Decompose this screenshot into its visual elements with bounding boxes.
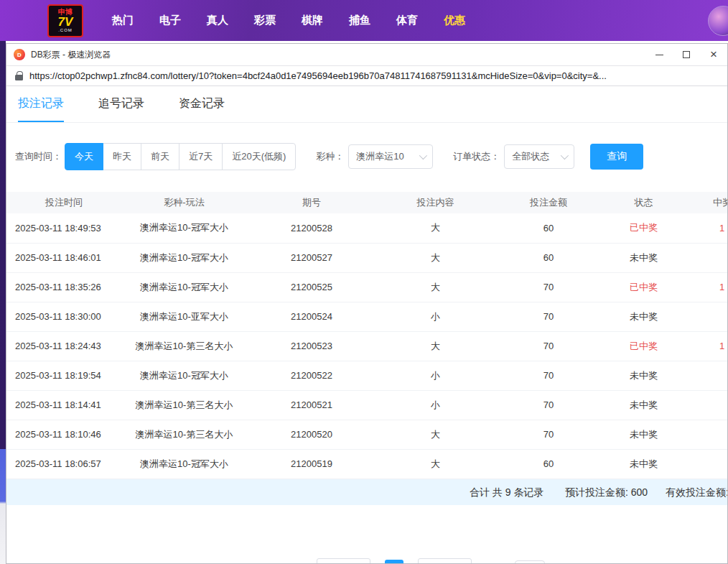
cell-issue: 21200528 <box>247 213 376 243</box>
cell-prize <box>685 390 727 420</box>
header-amount: 投注金额 <box>495 192 602 213</box>
header-issue: 期号 <box>247 192 376 213</box>
lottery-select[interactable]: 澳洲幸运10 <box>348 144 433 169</box>
cell-prize: 1 <box>685 213 727 243</box>
time-option-7days[interactable]: 近7天 <box>179 143 223 170</box>
cell-prize <box>685 420 727 449</box>
order-status-select[interactable]: 全部状态 <box>504 144 574 169</box>
bet-records-table: 投注时间 彩种-玩法 期号 投注内容 投注金额 状态 中奖金额 2025-03-… <box>6 192 727 479</box>
header-status: 状态 <box>602 192 685 213</box>
header-game: 彩种-玩法 <box>121 192 247 213</box>
prev-page-button[interactable]: 上一页 <box>317 558 370 564</box>
header-prize: 中奖金额 <box>685 192 727 213</box>
cell-content: 大 <box>376 243 495 272</box>
table-row: 2025-03-11 18:30:00澳洲幸运10-亚军大小21200524小7… <box>6 302 727 331</box>
cell-issue: 21200522 <box>247 361 376 390</box>
cell-prize <box>685 243 727 272</box>
cell-game: 澳洲幸运10-冠军大小 <box>121 361 247 390</box>
cell-game: 澳洲幸运10-冠军大小 <box>121 213 247 243</box>
cell-prize: 1 <box>685 331 727 361</box>
table-row: 2025-03-11 18:14:41澳洲幸运10-第三名大小21200521小… <box>6 390 727 420</box>
cell-bet-time: 2025-03-11 18:30:00 <box>6 302 121 331</box>
nav-item-lottery[interactable]: 彩票 <box>241 6 289 34</box>
order-status-value: 全部状态 <box>512 150 549 163</box>
site-logo[interactable]: 申博 7V .COM <box>47 4 83 37</box>
cell-content: 大 <box>376 213 495 243</box>
minimize-button[interactable] <box>645 44 673 65</box>
time-filter-group: 今天 昨天 前天 近7天 近20天(低频) <box>65 143 296 170</box>
cell-issue: 21200524 <box>247 302 376 331</box>
table-header-row: 投注时间 彩种-玩法 期号 投注内容 投注金额 状态 中奖金额 <box>6 192 727 213</box>
cell-status: 未中奖 <box>602 361 685 390</box>
cell-content: 小 <box>376 361 495 390</box>
cell-issue: 21200523 <box>247 331 376 361</box>
chevron-down-icon <box>561 152 569 160</box>
user-avatar[interactable] <box>708 6 728 36</box>
cell-status: 未中奖 <box>602 449 685 479</box>
cell-content: 小 <box>376 302 495 331</box>
table-row: 2025-03-11 18:49:53澳洲幸运10-冠军大小21200528大6… <box>6 213 727 243</box>
url-text[interactable]: https://ctop02pchwp1.zfnc84.com/lottery/… <box>29 70 607 81</box>
summary-total: 合计 共 9 条记录 <box>470 486 543 499</box>
cell-amount: 70 <box>495 272 602 302</box>
nav-item-cards[interactable]: 棋牌 <box>289 6 336 34</box>
cell-content: 大 <box>376 272 495 302</box>
time-option-yesterday[interactable]: 昨天 <box>103 143 141 170</box>
nav-item-fishing[interactable]: 捕鱼 <box>336 6 383 34</box>
summary-bar: 合计 共 9 条记录 预计投注金额: 600 有效投注金额: 600 <box>6 479 727 505</box>
table-row: 2025-03-11 18:10:46澳洲幸运10-第三名大小21200520大… <box>6 420 727 449</box>
cell-prize: 1 <box>685 272 727 302</box>
cell-issue: 21200521 <box>247 390 376 420</box>
time-option-daybefore[interactable]: 前天 <box>141 143 179 170</box>
address-bar[interactable]: https://ctop02pchwp1.zfnc84.com/lottery/… <box>6 65 727 86</box>
current-page-button[interactable]: 1 <box>385 560 403 564</box>
cell-issue: 21200519 <box>247 449 376 479</box>
order-status-label: 订单状态： <box>453 150 500 163</box>
nav-item-slots[interactable]: 电子 <box>146 6 194 34</box>
window-controls: × <box>645 44 727 65</box>
tab-chase-records[interactable]: 追号记录 <box>98 96 144 122</box>
cell-game: 澳洲幸运10-第三名大小 <box>121 390 247 420</box>
cell-prize <box>685 302 727 331</box>
table-row: 2025-03-11 18:24:43澳洲幸运10-第三名大小21200523大… <box>6 331 727 361</box>
cell-bet-time: 2025-03-11 18:35:26 <box>6 272 121 302</box>
next-page-button[interactable]: 下一页 <box>418 558 472 564</box>
chevron-down-icon <box>419 152 427 160</box>
cell-game: 澳洲幸运10-亚军大小 <box>121 302 247 331</box>
cell-amount: 70 <box>495 420 602 449</box>
goto-page-input[interactable] <box>515 560 545 564</box>
tab-bet-records[interactable]: 投注记录 <box>18 96 64 122</box>
nav-item-hot[interactable]: 热门 <box>99 6 146 34</box>
time-option-today[interactable]: 今天 <box>65 143 103 170</box>
header-content: 投注内容 <box>376 192 495 213</box>
cell-game: 澳洲幸运10-冠军大小 <box>121 449 247 479</box>
time-option-20days[interactable]: 近20天(低频) <box>222 143 296 170</box>
search-button[interactable]: 查询 <box>590 144 643 170</box>
cell-amount: 70 <box>495 361 602 390</box>
table-body: 2025-03-11 18:49:53澳洲幸运10-冠军大小21200528大6… <box>6 213 727 479</box>
cell-amount: 70 <box>495 331 602 361</box>
cell-content: 小 <box>376 390 495 420</box>
cell-amount: 60 <box>495 449 602 479</box>
cell-issue: 21200520 <box>247 420 376 449</box>
maximize-button[interactable] <box>673 44 700 65</box>
cell-bet-time: 2025-03-11 18:19:54 <box>6 361 121 390</box>
background-strip <box>0 41 6 564</box>
filter-bar: 查询时间： 今天 昨天 前天 近7天 近20天(低频) 彩种： 澳洲幸运10 订… <box>6 143 727 170</box>
cell-game: 澳洲幸运10-冠军大小 <box>121 243 247 272</box>
cell-bet-time: 2025-03-11 18:14:41 <box>6 390 121 420</box>
close-button[interactable]: × <box>700 44 727 65</box>
cell-prize <box>685 449 727 479</box>
cell-bet-time: 2025-03-11 18:24:43 <box>6 331 121 361</box>
cell-issue: 21200525 <box>247 272 376 302</box>
nav-item-live[interactable]: 真人 <box>194 6 241 34</box>
summary-expected: 预计投注金额: 600 <box>565 486 648 499</box>
browser-window: D DB彩票 - 极速浏览器 × https://ctop02pchwp1.zf… <box>6 43 728 564</box>
cell-game: 澳洲幸运10-第三名大小 <box>121 331 247 361</box>
table-row: 2025-03-11 18:35:26澳洲幸运10-冠军大小21200525大7… <box>6 272 727 302</box>
nav-item-sports[interactable]: 体育 <box>383 6 431 34</box>
nav-item-promo[interactable]: 优惠 <box>431 6 478 34</box>
bet-records-table-wrap: 投注时间 彩种-玩法 期号 投注内容 投注金额 状态 中奖金额 2025-03-… <box>6 192 727 479</box>
cell-bet-time: 2025-03-11 18:10:46 <box>6 420 121 449</box>
tab-fund-records[interactable]: 资金记录 <box>179 96 225 122</box>
